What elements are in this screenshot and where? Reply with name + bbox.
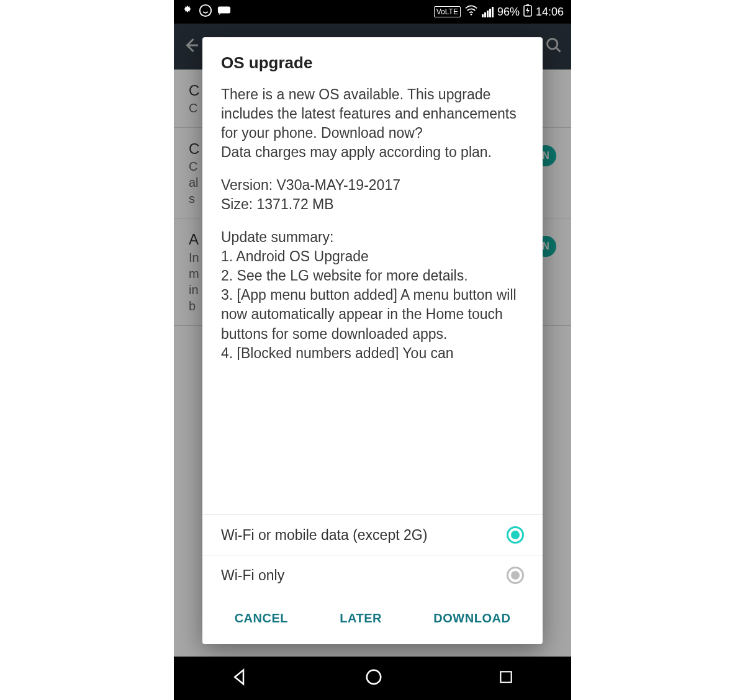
dialog-actions: CANCEL LATER DOWNLOAD [202, 595, 543, 644]
svg-rect-4 [526, 4, 529, 6]
whatsapp-icon [199, 4, 212, 20]
cancel-button[interactable]: CANCEL [224, 608, 299, 629]
back-icon[interactable] [183, 36, 201, 57]
volte-badge: VoLTE [434, 6, 461, 17]
update-summary: Update summary: 1. Android OS Upgrade 2.… [221, 228, 524, 359]
dialog-title: OS upgrade [202, 37, 543, 79]
wifi-icon [464, 5, 478, 19]
nav-home-button[interactable] [364, 668, 383, 689]
dialog-intro: There is a new OS available. This upgrad… [221, 85, 524, 162]
svg-point-2 [471, 13, 472, 15]
svg-point-5 [548, 39, 558, 49]
radio-label: Wi-Fi only [221, 567, 284, 584]
battery-icon [523, 4, 532, 20]
camera-icon [181, 4, 194, 20]
clock-text: 14:06 [536, 6, 564, 19]
radio-label: Wi-Fi or mobile data (except 2G) [221, 527, 427, 544]
svg-point-6 [367, 670, 381, 684]
svg-rect-7 [500, 671, 511, 682]
os-upgrade-dialog: OS upgrade There is a new OS available. … [202, 37, 543, 644]
search-icon[interactable] [545, 37, 562, 56]
version-info: Version: V30a-MAY-19-2017 Size: 1371.72 … [221, 176, 524, 214]
later-button[interactable]: LATER [328, 608, 393, 629]
download-button[interactable]: DOWNLOAD [422, 608, 522, 629]
svg-point-0 [200, 4, 211, 16]
signal-icon [482, 7, 494, 17]
svg-rect-1 [218, 6, 230, 13]
radio-icon [507, 567, 524, 584]
nav-back-button[interactable] [231, 668, 250, 689]
radio-wifi-only[interactable]: Wi-Fi only [202, 555, 543, 595]
dialog-body[interactable]: There is a new OS available. This upgrad… [202, 79, 543, 514]
radio-icon [507, 526, 524, 544]
battery-pct: 96% [497, 6, 520, 19]
radio-wifi-or-mobile[interactable]: Wi-Fi or mobile data (except 2G) [202, 515, 543, 555]
nav-bar [174, 657, 571, 700]
phone-screen: VoLTE 96% 14:06 C C C [174, 0, 571, 700]
network-options: Wi-Fi or mobile data (except 2G) Wi-Fi o… [202, 514, 543, 595]
nav-recent-button[interactable] [498, 669, 514, 688]
status-bar: VoLTE 96% 14:06 [174, 0, 571, 24]
message-icon [217, 6, 231, 19]
